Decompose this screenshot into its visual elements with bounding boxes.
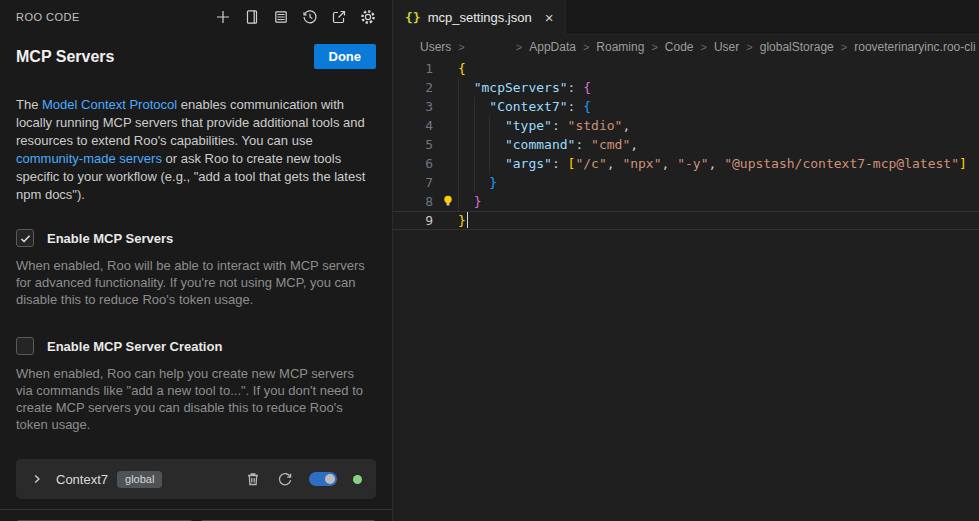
chevron-right-icon[interactable] xyxy=(30,472,44,486)
line-number: 7 xyxy=(393,173,433,192)
breadcrumb-item[interactable]: Users xyxy=(420,40,451,54)
server-name: Context7 xyxy=(56,472,108,487)
server-scope-badge: global xyxy=(117,471,162,488)
gutter-margin xyxy=(433,97,458,116)
close-icon[interactable]: × xyxy=(545,10,554,25)
breadcrumb-separator: > xyxy=(746,41,752,53)
breadcrumb-item[interactable]: globalStorage xyxy=(760,40,834,54)
enable-mcp-creation-checkbox[interactable] xyxy=(16,337,34,355)
code-line[interactable]: 2 "mcpServers": { xyxy=(393,78,979,97)
intro-text: The Model Context Protocol enables commu… xyxy=(16,96,376,204)
code-line-text: "mcpServers": { xyxy=(458,78,591,97)
indent-guide xyxy=(474,135,475,154)
intro-link[interactable]: Model Context Protocol xyxy=(42,97,177,112)
indent-guide xyxy=(458,192,459,211)
code-line[interactable]: 9} xyxy=(393,211,979,230)
server-row-context7[interactable]: Context7 global xyxy=(16,459,376,499)
breadcrumb-item[interactable]: User xyxy=(714,40,739,54)
gutter-margin xyxy=(433,154,458,173)
code-editor[interactable]: 1{2 "mcpServers": {3 "Context7": {4 "typ… xyxy=(393,58,979,521)
breadcrumb-separator: > xyxy=(583,41,589,53)
breadcrumb-item[interactable]: Code xyxy=(665,40,694,54)
code-line[interactable]: 5 "command": "cmd", xyxy=(393,135,979,154)
gutter-margin xyxy=(433,59,458,78)
enable-mcp-creation-label: Enable MCP Server Creation xyxy=(47,339,222,354)
enable-mcp-servers-checkbox[interactable] xyxy=(16,229,34,247)
indent-guide xyxy=(489,116,490,135)
code-line-text: "type": "stdio", xyxy=(458,116,630,135)
refresh-icon[interactable] xyxy=(277,471,293,487)
panel-title: ROO CODE xyxy=(16,11,80,23)
indent-guide xyxy=(458,116,459,135)
breadcrumb-separator: > xyxy=(651,41,657,53)
lightbulb-icon[interactable] xyxy=(441,194,455,208)
breadcrumb-separator: > xyxy=(701,41,707,53)
breadcrumb-item[interactable]: Roaming xyxy=(596,40,644,54)
line-number: 8 xyxy=(393,192,433,211)
enable-mcp-creation-description: When enabled, Roo can help you create ne… xyxy=(16,365,374,433)
notebook-icon[interactable] xyxy=(243,9,260,26)
server-status-dot xyxy=(353,475,362,484)
intro-link[interactable]: community-made servers xyxy=(16,151,162,166)
code-line[interactable]: 6 "args": ["/c", "npx", "-y", "@upstash/… xyxy=(393,154,979,173)
code-line[interactable]: 4 "type": "stdio", xyxy=(393,116,979,135)
json-file-icon: {} xyxy=(405,10,421,25)
indent-guide xyxy=(474,116,475,135)
breadcrumb-item[interactable]: rooveterinaryinc.roo-cli xyxy=(854,40,975,54)
server-enabled-toggle[interactable] xyxy=(309,472,337,486)
history-icon[interactable] xyxy=(301,9,318,26)
trash-icon[interactable] xyxy=(245,471,261,487)
page-title: MCP Servers xyxy=(16,48,114,66)
tab-mcp-settings-json[interactable]: {} mcp_settings.json × xyxy=(393,0,566,35)
gutter-margin xyxy=(433,78,458,97)
line-number: 3 xyxy=(393,97,433,116)
code-line-text: } xyxy=(458,192,481,211)
gutter-margin xyxy=(433,135,458,154)
line-number: 4 xyxy=(393,116,433,135)
line-number: 9 xyxy=(393,211,433,230)
line-number: 1 xyxy=(393,59,433,78)
code-line[interactable]: 7 } xyxy=(393,173,979,192)
roo-code-panel: ROO CODE MCP Servers Done The Mod xyxy=(0,0,393,521)
code-line-text: "Context7": { xyxy=(458,97,591,116)
indent-guide xyxy=(458,78,459,97)
gutter-margin xyxy=(433,192,458,211)
panel-bottom-divider xyxy=(0,509,392,510)
editor-area: {} mcp_settings.json × Users>>AppData>Ro… xyxy=(393,0,979,521)
code-line-text: "args": ["/c", "npx", "-y", "@upstash/co… xyxy=(458,154,967,173)
breadcrumb-item[interactable]: AppData xyxy=(529,40,576,54)
gutter-margin xyxy=(433,116,458,135)
popout-icon[interactable] xyxy=(330,9,347,26)
breadcrumb-separator: > xyxy=(841,41,847,53)
code-line-text: } xyxy=(458,173,497,192)
editor-tab-bar: {} mcp_settings.json × xyxy=(393,0,979,35)
indent-guide xyxy=(474,173,475,192)
indent-guide xyxy=(489,135,490,154)
indent-guide xyxy=(458,154,459,173)
code-line[interactable]: 8 } xyxy=(393,192,979,211)
enable-mcp-creation-row: Enable MCP Server Creation xyxy=(16,337,376,355)
breadcrumb-separator: > xyxy=(458,41,464,53)
indent-guide xyxy=(458,173,459,192)
server-icon[interactable] xyxy=(272,9,289,26)
line-number: 2 xyxy=(393,78,433,97)
code-line[interactable]: 1{ xyxy=(393,59,979,78)
indent-guide xyxy=(489,154,490,173)
check-icon xyxy=(19,232,32,245)
enable-mcp-servers-label: Enable MCP Servers xyxy=(47,231,173,246)
done-button[interactable]: Done xyxy=(314,44,377,69)
code-line[interactable]: 3 "Context7": { xyxy=(393,97,979,116)
gear-icon[interactable] xyxy=(359,9,376,26)
indent-guide xyxy=(458,135,459,154)
breadcrumb-separator: > xyxy=(516,41,522,53)
text-cursor xyxy=(467,212,468,228)
plus-icon[interactable] xyxy=(214,9,231,26)
vscode-window: ROO CODE MCP Servers Done The Mod xyxy=(0,0,979,521)
breadcrumb: Users>>AppData>Roaming>Code>User>globalS… xyxy=(393,35,979,58)
line-number: 5 xyxy=(393,135,433,154)
panel-header: ROO CODE xyxy=(16,0,376,34)
enable-mcp-servers-description: When enabled, Roo will be able to intera… xyxy=(16,257,374,308)
line-number: 6 xyxy=(393,154,433,173)
indent-guide xyxy=(474,97,475,116)
code-line-text: "command": "cmd", xyxy=(458,135,638,154)
